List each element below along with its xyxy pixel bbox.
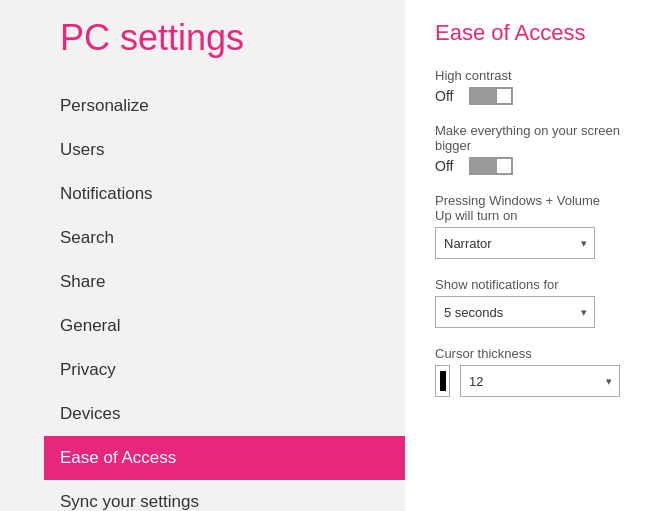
- sidebar-item-devices[interactable]: Devices: [60, 392, 405, 436]
- content-panel: Ease of Access High contrast Off Make ev…: [405, 0, 650, 511]
- sidebar-item-general[interactable]: General: [60, 304, 405, 348]
- pressing-windows-label: Pressing Windows + Volume Up will turn o…: [435, 193, 620, 223]
- cursor-thickness-label: Cursor thickness: [435, 346, 620, 361]
- sidebar-item-search[interactable]: Search: [60, 216, 405, 260]
- high-contrast-toggle-row: Off: [435, 87, 620, 105]
- make-bigger-setting: Make everything on your screen bigger Of…: [435, 123, 620, 175]
- narrator-dropdown[interactable]: Narrator Magnifier On-Screen Keyboard No…: [435, 227, 595, 259]
- show-notifications-label: Show notifications for: [435, 277, 620, 292]
- sidebar-item-personalize[interactable]: Personalize: [60, 84, 405, 128]
- sidebar-item-privacy[interactable]: Privacy: [60, 348, 405, 392]
- sidebar-item-share[interactable]: Share: [60, 260, 405, 304]
- make-bigger-toggle[interactable]: [469, 157, 513, 175]
- cursor-thickness-dropdown-wrapper: 1234 5678 9101112 13141516 ▾: [460, 365, 620, 397]
- sidebar-item-notifications[interactable]: Notifications: [60, 172, 405, 216]
- high-contrast-state: Off: [435, 88, 457, 104]
- cursor-thickness-setting: Cursor thickness 1234 5678 9101112 13141…: [435, 346, 620, 397]
- sidebar-item-sync-your-settings[interactable]: Sync your settings: [60, 480, 405, 511]
- cursor-thickness-dropdown[interactable]: 1234 5678 9101112 13141516: [460, 365, 620, 397]
- sidebar-item-ease-of-access[interactable]: Ease of Access: [44, 436, 405, 480]
- nav-menu: Personalize Users Notifications Search S…: [60, 84, 405, 511]
- cursor-preview: [435, 365, 450, 397]
- sidebar-item-users[interactable]: Users: [60, 128, 405, 172]
- cursor-row: 1234 5678 9101112 13141516 ▾: [435, 365, 620, 397]
- make-bigger-label: Make everything on your screen bigger: [435, 123, 620, 153]
- app-title: PC settings: [60, 20, 405, 56]
- show-notifications-setting: Show notifications for 5 seconds 7 secon…: [435, 277, 620, 328]
- notifications-dropdown[interactable]: 5 seconds 7 seconds 15 seconds 30 second…: [435, 296, 595, 328]
- narrator-dropdown-wrapper: Narrator Magnifier On-Screen Keyboard No…: [435, 227, 595, 259]
- high-contrast-label: High contrast: [435, 68, 620, 83]
- sidebar: PC settings Personalize Users Notificati…: [0, 0, 405, 511]
- high-contrast-toggle[interactable]: [469, 87, 513, 105]
- pressing-windows-setting: Pressing Windows + Volume Up will turn o…: [435, 193, 620, 259]
- make-bigger-toggle-row: Off: [435, 157, 620, 175]
- notifications-dropdown-wrapper: 5 seconds 7 seconds 15 seconds 30 second…: [435, 296, 595, 328]
- high-contrast-setting: High contrast Off: [435, 68, 620, 105]
- cursor-bar: [440, 371, 446, 391]
- section-title: Ease of Access: [435, 20, 620, 46]
- make-bigger-state: Off: [435, 158, 457, 174]
